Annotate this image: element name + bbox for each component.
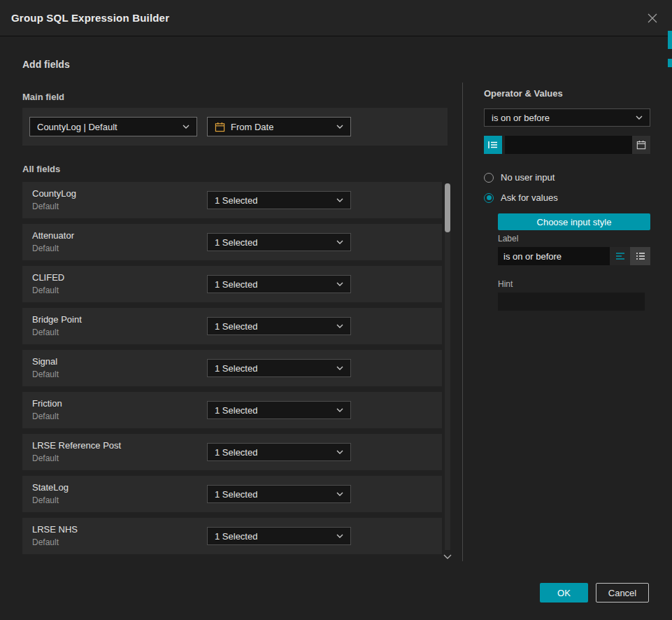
field-subtitle: Default xyxy=(32,244,59,253)
radio-ask-for-values[interactable]: Ask for values xyxy=(484,192,558,203)
radio-icon xyxy=(484,173,494,183)
scrollbar-track[interactable] xyxy=(445,183,450,550)
layer-select-value: CountyLog | Default xyxy=(37,122,117,132)
field-subtitle: Default xyxy=(32,369,59,379)
cancel-button[interactable]: Cancel xyxy=(596,583,649,603)
chevron-down-icon xyxy=(336,366,343,370)
set-from-field-icon xyxy=(488,141,498,149)
field-name: Friction xyxy=(32,398,62,409)
scroll-indicator-mark xyxy=(668,31,672,49)
field-name: Bridge Point xyxy=(32,314,82,325)
field-row: StateLog Default 1 Selected xyxy=(22,476,442,512)
chevron-down-icon xyxy=(636,115,643,120)
operator-select-value: is on or before xyxy=(492,113,550,123)
chevron-down-icon xyxy=(336,125,343,129)
input-style-list-button[interactable] xyxy=(630,247,650,265)
main-field-select[interactable]: From Date xyxy=(207,117,351,136)
label-input[interactable] xyxy=(498,247,610,265)
group-sql-expression-builder-dialog: Group SQL Expression Builder Add fields … xyxy=(0,0,672,620)
calendar-icon xyxy=(215,122,225,132)
field-name: CLIFED xyxy=(32,272,64,283)
align-left-icon xyxy=(615,252,625,260)
field-row: CountyLog Default 1 Selected xyxy=(22,182,442,218)
hint-input[interactable] xyxy=(498,293,645,311)
field-selected-dropdown[interactable]: 1 Selected xyxy=(207,527,351,545)
field-selected-value: 1 Selected xyxy=(215,237,257,248)
field-selected-value: 1 Selected xyxy=(215,447,257,458)
chevron-down-icon xyxy=(336,282,343,286)
field-name: LRSE NHS xyxy=(32,524,78,535)
chevron-down-icon xyxy=(336,492,343,496)
field-selected-dropdown[interactable]: 1 Selected xyxy=(207,443,351,461)
value-input-row xyxy=(484,136,650,154)
value-input[interactable] xyxy=(505,136,650,154)
dialog-header: Group SQL Expression Builder xyxy=(0,0,672,36)
all-fields-label: All fields xyxy=(22,164,60,174)
field-selected-value: 1 Selected xyxy=(215,531,257,542)
set-from-field-button[interactable] xyxy=(484,136,502,154)
all-fields-list: CountyLog Default 1 Selected Attenuator … xyxy=(22,182,442,560)
add-fields-heading: Add fields xyxy=(22,59,70,70)
input-style-text-button[interactable] xyxy=(610,247,630,265)
list-icon xyxy=(636,252,645,260)
field-selected-dropdown[interactable]: 1 Selected xyxy=(207,401,351,419)
chevron-down-icon xyxy=(336,534,343,538)
scroll-down-icon[interactable] xyxy=(443,554,452,559)
field-subtitle: Default xyxy=(32,495,59,505)
field-row: LRSE Reference Post Default 1 Selected xyxy=(22,434,442,470)
calendar-button[interactable] xyxy=(632,136,650,154)
field-subtitle: Default xyxy=(32,327,59,337)
radio-no-user-input[interactable]: No user input xyxy=(484,172,555,183)
dialog-title: Group SQL Expression Builder xyxy=(11,12,169,24)
close-icon xyxy=(647,13,658,24)
radio-label: Ask for values xyxy=(501,192,558,203)
ok-button[interactable]: OK xyxy=(540,583,588,603)
field-selected-value: 1 Selected xyxy=(215,489,257,500)
main-field-panel: CountyLog | Default From Date xyxy=(22,108,448,146)
close-button[interactable] xyxy=(644,10,661,27)
field-name: CountyLog xyxy=(32,188,76,199)
field-row: Bridge Point Default 1 Selected xyxy=(22,308,442,344)
chevron-down-icon xyxy=(336,324,343,328)
vertical-divider xyxy=(462,83,463,561)
chevron-down-icon xyxy=(336,450,343,454)
field-row: Signal Default 1 Selected xyxy=(22,350,442,386)
field-selected-value: 1 Selected xyxy=(215,321,257,332)
field-subtitle: Default xyxy=(32,202,59,211)
field-selected-dropdown[interactable]: 1 Selected xyxy=(207,485,351,503)
field-name: Signal xyxy=(32,356,57,367)
chevron-down-icon xyxy=(336,198,343,202)
field-name: Attenuator xyxy=(32,230,74,241)
field-row: Friction Default 1 Selected xyxy=(22,392,442,428)
field-selected-dropdown[interactable]: 1 Selected xyxy=(207,233,351,251)
field-subtitle: Default xyxy=(32,453,59,463)
field-selected-dropdown[interactable]: 1 Selected xyxy=(207,359,351,377)
label-input-row xyxy=(498,247,650,265)
layer-select[interactable]: CountyLog | Default xyxy=(29,117,197,136)
main-field-label: Main field xyxy=(22,92,64,102)
field-subtitle: Default xyxy=(32,286,59,295)
field-name: LRSE Reference Post xyxy=(32,440,121,451)
field-selected-dropdown[interactable]: 1 Selected xyxy=(207,275,351,293)
operator-select[interactable]: is on or before xyxy=(484,108,650,127)
field-subtitle: Default xyxy=(32,411,59,421)
field-selected-dropdown[interactable]: 1 Selected xyxy=(207,317,351,335)
field-selected-value: 1 Selected xyxy=(215,279,257,290)
hint-caption: Hint xyxy=(498,279,513,289)
field-selected-dropdown[interactable]: 1 Selected xyxy=(207,191,351,209)
label-caption: Label xyxy=(498,234,518,244)
field-selected-value: 1 Selected xyxy=(215,363,257,374)
field-row: Attenuator Default 1 Selected xyxy=(22,224,442,260)
value-input-wrap xyxy=(505,136,650,154)
radio-label: No user input xyxy=(501,172,555,183)
scrollbar-thumb[interactable] xyxy=(445,183,450,232)
field-row: CLIFED Default 1 Selected xyxy=(22,266,442,302)
calendar-icon xyxy=(636,140,646,150)
operator-values-heading: Operator & Values xyxy=(484,88,563,99)
field-name: StateLog xyxy=(32,482,69,493)
chevron-down-icon xyxy=(183,125,190,129)
main-field-select-value: From Date xyxy=(231,122,273,132)
choose-input-style-button[interactable]: Choose input style xyxy=(498,213,650,230)
chevron-down-icon xyxy=(336,240,343,244)
chevron-down-icon xyxy=(336,408,343,412)
